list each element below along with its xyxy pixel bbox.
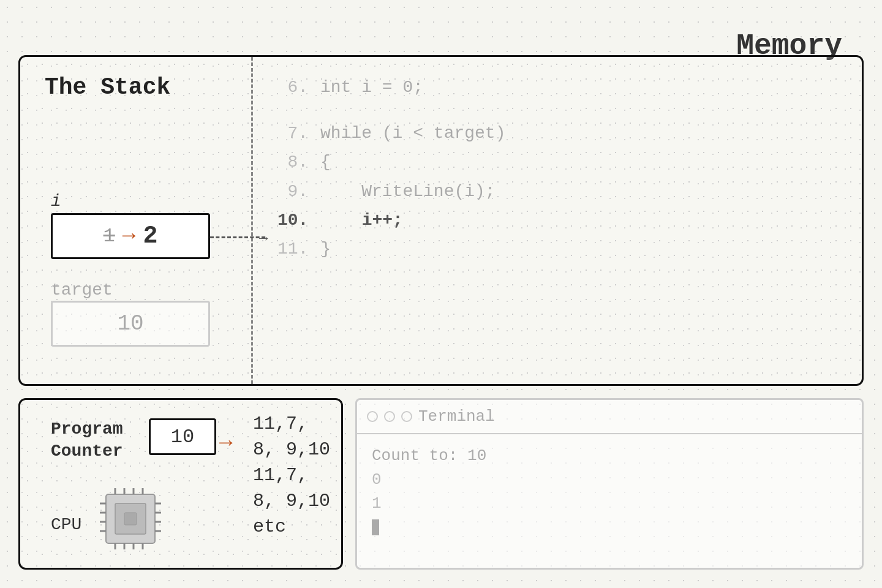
terminal-line-count: Count to: 10 bbox=[372, 444, 847, 468]
line-num-10: 10. bbox=[277, 208, 308, 232]
terminal-header: Terminal bbox=[357, 400, 862, 434]
code-line-9: 9. WriteLine(i); bbox=[277, 179, 837, 203]
pc-arrow-icon: → bbox=[219, 431, 233, 456]
terminal-dot-3 bbox=[401, 411, 412, 422]
terminal-title: Terminal bbox=[418, 407, 495, 426]
code-line-7: 7. while (i < target) bbox=[277, 121, 837, 145]
cpu-label: CPU bbox=[51, 515, 81, 534]
stack-title: The Stack bbox=[45, 74, 170, 100]
code-line-11: 11. } bbox=[277, 237, 837, 261]
line-num-11: 11. bbox=[277, 237, 308, 261]
code-line-10: 10. i++; bbox=[277, 208, 837, 232]
pc-seq-line2: 8, 9,10 bbox=[253, 437, 330, 462]
var-target-box: 10 bbox=[51, 301, 210, 347]
code-text-9: WriteLine(i); bbox=[320, 179, 496, 203]
code-line-6: 6. int i = 0; bbox=[277, 75, 837, 99]
var-target-value: 10 bbox=[117, 311, 143, 336]
code-line-8: 8. { bbox=[277, 150, 837, 174]
var-i-arrow: → bbox=[123, 224, 136, 249]
program-counter-label: ProgramCounter bbox=[51, 418, 123, 463]
top-panel: The Stack i 1 → 2 → target 10 6. int i =… bbox=[18, 55, 864, 386]
terminal-cursor-line bbox=[372, 516, 847, 540]
svg-rect-18 bbox=[124, 513, 137, 525]
var-i-label: i bbox=[51, 192, 61, 211]
code-text-7: while (i < target) bbox=[320, 121, 505, 145]
code-text-8: { bbox=[320, 150, 331, 174]
bottom-left-panel: ProgramCounter 10 → 11,7, 8, 9,10 11,7, … bbox=[18, 398, 343, 570]
terminal-line-0: 0 bbox=[372, 468, 847, 492]
line-num-9: 9. bbox=[277, 179, 308, 203]
code-text-6: int i = 0; bbox=[320, 75, 423, 99]
code-area: 6. int i = 0; 7. while (i < target) 8. {… bbox=[253, 57, 862, 384]
line-num-7: 7. bbox=[277, 121, 308, 145]
terminal-cursor bbox=[372, 519, 379, 535]
var-i-new-value: 2 bbox=[143, 222, 157, 250]
code-text-11: } bbox=[320, 237, 331, 261]
terminal-line-1: 1 bbox=[372, 492, 847, 516]
var-target-label: target bbox=[51, 281, 113, 300]
terminal-panel: Terminal Count to: 10 0 1 bbox=[355, 398, 864, 570]
var-i-old-value: 1 bbox=[104, 225, 115, 247]
code-text-10: i++; bbox=[320, 208, 402, 232]
stack-area: The Stack i 1 → 2 → target 10 bbox=[20, 57, 253, 384]
cpu-chip-icon bbox=[94, 482, 167, 556]
line-num-6: 6. bbox=[277, 75, 308, 99]
pc-seq-line5: etc bbox=[253, 514, 330, 540]
pc-seq-line1: 11,7, bbox=[253, 411, 330, 437]
terminal-dot-1 bbox=[367, 411, 378, 422]
var-i-box: 1 → 2 bbox=[51, 213, 210, 259]
terminal-dot-2 bbox=[384, 411, 395, 422]
terminal-body: Count to: 10 0 1 bbox=[357, 434, 862, 549]
pc-seq-line3: 11,7, bbox=[253, 462, 330, 488]
line-num-8: 8. bbox=[277, 150, 308, 174]
pc-seq-line4: 8, 9,10 bbox=[253, 488, 330, 514]
program-counter-box: 10 bbox=[149, 418, 216, 455]
pc-sequence: 11,7, 8, 9,10 11,7, 8, 9,10 etc bbox=[253, 411, 330, 540]
